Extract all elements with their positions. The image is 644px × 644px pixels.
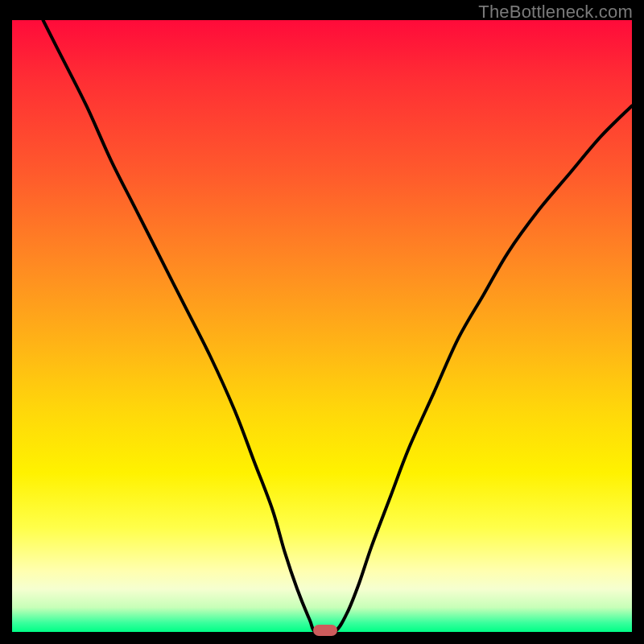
chart-curve [12,20,632,632]
chart-frame: TheBottleneck.com [0,0,644,644]
optimum-marker [313,625,337,636]
bottleneck-curve-path [43,20,633,632]
